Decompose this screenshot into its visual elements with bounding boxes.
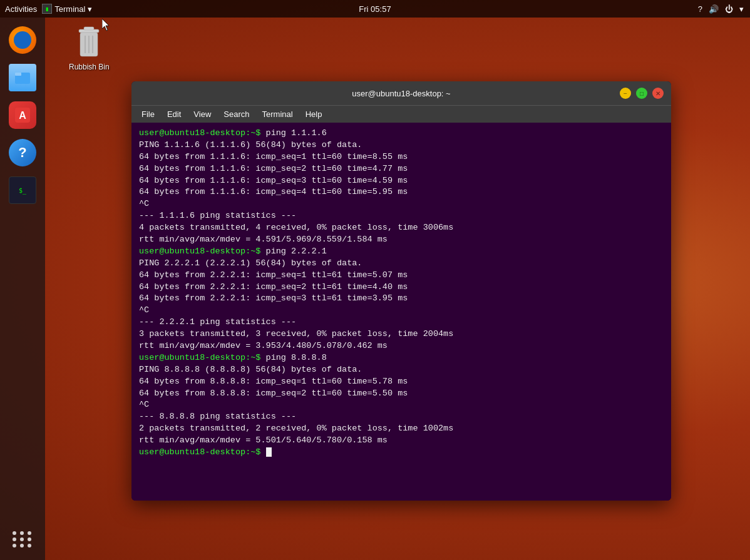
- svg-rect-1: [15, 73, 21, 76]
- apps-grid-dot: [13, 531, 16, 535]
- sidebar-dock: A ? $_: [0, 18, 45, 560]
- terminal-output-line: 64 bytes from 8.8.8.8: icmp_seq=1 ttl=60…: [139, 376, 664, 388]
- terminal-output-line: 64 bytes from 1.1.1.6: icmp_seq=1 ttl=60…: [139, 151, 664, 163]
- terminal-output[interactable]: user@ubuntu18-desktop:~$ ping 1.1.1.6PIN…: [131, 123, 671, 501]
- rubbish-bin-desktop-icon[interactable]: Rubbish Bin: [69, 25, 110, 71]
- terminal-output-line: 2 packets transmitted, 2 received, 0% pa…: [139, 423, 664, 435]
- apps-grid-dot: [13, 544, 16, 547]
- sidebar-item-software-center[interactable]: A: [6, 99, 39, 131]
- svg-rect-5: [84, 27, 94, 30]
- terminal-command: ping 2.2.2.1: [266, 247, 327, 256]
- terminal-window: user@ubuntu18-desktop: ~ − □ ✕ File Edit…: [131, 81, 671, 501]
- terminal-output-line: --- 1.1.1.6 ping statistics ---: [139, 210, 664, 222]
- rubbish-bin-label: Rubbish Bin: [69, 63, 110, 71]
- terminal-output-line: 3 packets transmitted, 3 received, 0% pa…: [139, 328, 664, 340]
- terminal-app-menu[interactable]: ▮ Terminal ▾: [42, 4, 92, 14]
- menu-file[interactable]: File: [136, 108, 160, 120]
- terminal-output-line: rtt min/avg/max/mdev = 3.953/4.480/5.078…: [139, 340, 664, 352]
- terminal-output-line: ^C: [139, 198, 664, 210]
- terminal-window-title: user@ubuntu18-desktop: ~: [352, 89, 450, 98]
- terminal-output-line: 64 bytes from 1.1.1.6: icmp_seq=4 ttl=60…: [139, 186, 664, 198]
- terminal-output-line: 64 bytes from 2.2.2.1: icmp_seq=3 ttl=61…: [139, 293, 664, 305]
- window-minimize-button[interactable]: −: [620, 88, 631, 99]
- terminal-output-line: PING 1.1.1.6 (1.1.1.6) 56(84) bytes of d…: [139, 140, 664, 151]
- terminal-output-line: 64 bytes from 1.1.1.6: icmp_seq=3 ttl=60…: [139, 175, 664, 187]
- menu-terminal[interactable]: Terminal: [257, 108, 298, 120]
- apps-grid-dot: [20, 531, 24, 535]
- terminal-menubar: File Edit View Search Terminal Help: [131, 105, 671, 123]
- topbar: Activities ▮ Terminal ▾ Fri 05:57 ? 🔊 ⏻ …: [0, 0, 750, 18]
- terminal-app-icon: ▮: [42, 4, 52, 14]
- terminal-output-line: 64 bytes from 2.2.2.1: icmp_seq=2 ttl=61…: [139, 282, 664, 293]
- apps-grid-dot: [28, 531, 31, 535]
- terminal-prompt: user@ubuntu18-desktop:~$: [139, 128, 266, 138]
- terminal-output-line: rtt min/avg/max/mdev = 4.591/5.969/8.559…: [139, 234, 664, 246]
- firefox-icon: [9, 26, 36, 54]
- terminal-app-label: Terminal: [54, 4, 85, 14]
- topbar-clock[interactable]: Fri 05:57: [359, 4, 391, 14]
- terminal-output-line: rtt min/avg/max/mdev = 5.501/5.640/5.780…: [139, 435, 664, 447]
- terminal-output-line: 64 bytes from 8.8.8.8: icmp_seq=2 ttl=60…: [139, 388, 664, 400]
- volume-tray-icon[interactable]: 🔊: [709, 4, 719, 14]
- apps-grid-dot: [20, 544, 24, 547]
- terminal-prompt: user@ubuntu18-desktop:~$: [139, 353, 266, 362]
- help-tray-icon[interactable]: ?: [698, 4, 702, 14]
- help-icon: ?: [9, 139, 36, 166]
- terminal-output-line: PING 8.8.8.8 (8.8.8.8) 56(84) bytes of d…: [139, 364, 664, 376]
- sidebar-item-files[interactable]: [6, 61, 39, 94]
- menu-edit[interactable]: Edit: [162, 108, 186, 120]
- terminal-prompt: user@ubuntu18-desktop:~$: [139, 247, 266, 256]
- terminal-titlebar: user@ubuntu18-desktop: ~ − □ ✕: [131, 81, 671, 105]
- rubbish-bin-icon: [71, 25, 106, 60]
- apps-grid-dot: [13, 537, 16, 541]
- terminal-output-line: 64 bytes from 1.1.1.6: icmp_seq=2 ttl=60…: [139, 163, 664, 175]
- sidebar-item-firefox[interactable]: [6, 24, 39, 56]
- menu-view[interactable]: View: [188, 108, 216, 120]
- terminal-app-arrow: ▾: [88, 4, 92, 14]
- terminal-output-line: --- 8.8.8.8 ping statistics ---: [139, 411, 664, 423]
- window-controls: − □ ✕: [620, 88, 664, 99]
- tray-arrow: ▾: [739, 4, 744, 14]
- topbar-left: Activities ▮ Terminal ▾: [0, 4, 92, 14]
- power-tray-icon[interactable]: ⏻: [725, 4, 733, 14]
- menu-search[interactable]: Search: [218, 108, 254, 120]
- sidebar-item-help[interactable]: ?: [6, 136, 39, 169]
- sidebar-item-terminal[interactable]: $_: [6, 174, 39, 206]
- show-apps-button[interactable]: [13, 531, 33, 547]
- terminal-output-line: ^C: [139, 399, 664, 411]
- apps-grid-dot: [28, 544, 31, 547]
- terminal-output-line: ^C: [139, 305, 664, 317]
- topbar-right: ? 🔊 ⏻ ▾: [698, 4, 750, 14]
- terminal-cursor: [266, 447, 272, 457]
- activities-button[interactable]: Activities: [5, 4, 37, 14]
- terminal-output-line: 4 packets transmitted, 4 received, 0% pa…: [139, 222, 664, 234]
- terminal-output-line: PING 2.2.2.1 (2.2.2.1) 56(84) bytes of d…: [139, 258, 664, 270]
- terminal-dock-icon: $_: [9, 176, 36, 204]
- window-maximize-button[interactable]: □: [636, 88, 647, 99]
- files-icon: [9, 64, 36, 91]
- terminal-output-line: --- 2.2.2.1 ping statistics ---: [139, 317, 664, 328]
- terminal-command: ping 8.8.8.8: [266, 353, 327, 362]
- desktop: Activities ▮ Terminal ▾ Fri 05:57 ? 🔊 ⏻ …: [0, 0, 750, 560]
- terminal-command: ping 1.1.1.6: [266, 128, 327, 138]
- clock-display: Fri 05:57: [359, 4, 391, 14]
- terminal-output-line: 64 bytes from 2.2.2.1: icmp_seq=1 ttl=61…: [139, 270, 664, 282]
- menu-help[interactable]: Help: [301, 108, 327, 120]
- apps-grid-dot: [20, 537, 24, 541]
- terminal-prompt-active: user@ubuntu18-desktop:~$: [139, 447, 266, 457]
- apps-grid-dot: [28, 537, 31, 541]
- svg-text:A: A: [19, 110, 26, 121]
- window-close-button[interactable]: ✕: [652, 88, 664, 99]
- software-center-icon: A: [9, 101, 36, 129]
